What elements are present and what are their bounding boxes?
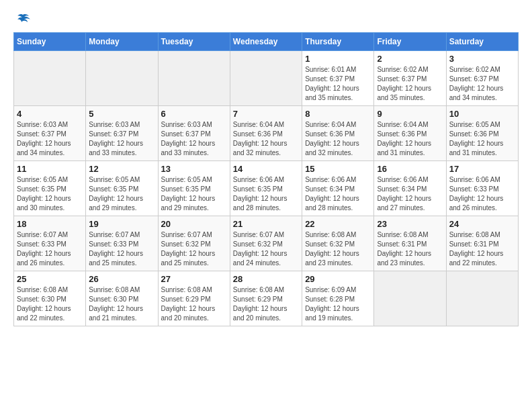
day-number: 29 [305, 274, 371, 284]
header-day-wednesday: Wednesday [230, 33, 302, 51]
day-info: Sunrise: 6:08 AMSunset: 6:31 PMDaylight:… [377, 230, 443, 268]
day-info: Sunrise: 6:08 AMSunset: 6:30 PMDaylight:… [89, 285, 154, 323]
day-info: Sunrise: 6:07 AMSunset: 6:33 PMDaylight:… [17, 230, 83, 268]
header-day-saturday: Saturday [446, 33, 518, 51]
calendar-week-3: 11Sunrise: 6:05 AMSunset: 6:35 PMDayligh… [14, 161, 519, 216]
day-number: 18 [17, 219, 83, 229]
header-day-friday: Friday [374, 33, 446, 51]
header-day-tuesday: Tuesday [158, 33, 230, 51]
day-number: 5 [89, 109, 154, 119]
day-number: 3 [449, 54, 515, 64]
calendar-cell [230, 51, 302, 106]
day-info: Sunrise: 6:06 AMSunset: 6:33 PMDaylight:… [449, 175, 515, 213]
day-number: 12 [89, 164, 154, 174]
calendar-table: SundayMondayTuesdayWednesdayThursdayFrid… [13, 32, 519, 326]
calendar-cell [446, 271, 518, 326]
day-number: 15 [305, 164, 371, 174]
calendar-cell: 3Sunrise: 6:02 AMSunset: 6:37 PMDaylight… [446, 51, 518, 106]
day-number: 25 [17, 274, 83, 284]
day-info: Sunrise: 6:05 AMSunset: 6:36 PMDaylight:… [449, 120, 515, 158]
calendar-cell: 19Sunrise: 6:07 AMSunset: 6:33 PMDayligh… [86, 216, 158, 271]
header-day-monday: Monday [86, 33, 158, 51]
calendar-cell: 14Sunrise: 6:06 AMSunset: 6:35 PMDayligh… [230, 161, 302, 216]
day-info: Sunrise: 6:07 AMSunset: 6:32 PMDaylight:… [233, 230, 299, 268]
day-info: Sunrise: 6:02 AMSunset: 6:37 PMDaylight:… [449, 65, 515, 103]
calendar-cell: 12Sunrise: 6:05 AMSunset: 6:35 PMDayligh… [86, 161, 158, 216]
calendar-week-4: 18Sunrise: 6:07 AMSunset: 6:33 PMDayligh… [14, 216, 519, 271]
logo-bird-icon [15, 13, 30, 26]
calendar-cell: 18Sunrise: 6:07 AMSunset: 6:33 PMDayligh… [14, 216, 86, 271]
calendar-cell: 28Sunrise: 6:08 AMSunset: 6:29 PMDayligh… [230, 271, 302, 326]
calendar-cell: 7Sunrise: 6:04 AMSunset: 6:36 PMDaylight… [230, 106, 302, 161]
day-info: Sunrise: 6:03 AMSunset: 6:37 PMDaylight:… [89, 120, 154, 158]
day-number: 17 [449, 164, 515, 174]
day-info: Sunrise: 6:04 AMSunset: 6:36 PMDaylight:… [305, 120, 371, 158]
calendar-cell: 5Sunrise: 6:03 AMSunset: 6:37 PMDaylight… [86, 106, 158, 161]
calendar-cell: 15Sunrise: 6:06 AMSunset: 6:34 PMDayligh… [302, 161, 374, 216]
day-number: 10 [449, 109, 515, 119]
day-info: Sunrise: 6:04 AMSunset: 6:36 PMDaylight:… [233, 120, 299, 158]
day-number: 8 [305, 109, 371, 119]
calendar-cell: 27Sunrise: 6:08 AMSunset: 6:29 PMDayligh… [158, 271, 230, 326]
header-day-sunday: Sunday [14, 33, 86, 51]
calendar-week-1: 1Sunrise: 6:01 AMSunset: 6:37 PMDaylight… [14, 51, 519, 106]
calendar-cell: 29Sunrise: 6:09 AMSunset: 6:28 PMDayligh… [302, 271, 374, 326]
day-info: Sunrise: 6:09 AMSunset: 6:28 PMDaylight:… [305, 285, 371, 323]
day-info: Sunrise: 6:08 AMSunset: 6:29 PMDaylight:… [161, 285, 227, 323]
day-info: Sunrise: 6:07 AMSunset: 6:33 PMDaylight:… [89, 230, 154, 268]
day-info: Sunrise: 6:02 AMSunset: 6:37 PMDaylight:… [377, 65, 443, 103]
day-info: Sunrise: 6:06 AMSunset: 6:34 PMDaylight:… [305, 175, 371, 213]
day-info: Sunrise: 6:08 AMSunset: 6:32 PMDaylight:… [305, 230, 371, 268]
day-number: 20 [161, 219, 227, 229]
calendar-cell: 26Sunrise: 6:08 AMSunset: 6:30 PMDayligh… [86, 271, 158, 326]
calendar-cell: 21Sunrise: 6:07 AMSunset: 6:32 PMDayligh… [230, 216, 302, 271]
calendar-cell: 4Sunrise: 6:03 AMSunset: 6:37 PMDaylight… [14, 106, 86, 161]
calendar-cell: 23Sunrise: 6:08 AMSunset: 6:31 PMDayligh… [374, 216, 446, 271]
day-info: Sunrise: 6:05 AMSunset: 6:35 PMDaylight:… [17, 175, 83, 213]
day-number: 22 [305, 219, 371, 229]
calendar-cell: 8Sunrise: 6:04 AMSunset: 6:36 PMDaylight… [302, 106, 374, 161]
day-number: 26 [89, 274, 154, 284]
day-info: Sunrise: 6:03 AMSunset: 6:37 PMDaylight:… [161, 120, 227, 158]
day-info: Sunrise: 6:06 AMSunset: 6:35 PMDaylight:… [233, 175, 299, 213]
calendar-cell [14, 51, 86, 106]
calendar-cell: 2Sunrise: 6:02 AMSunset: 6:37 PMDaylight… [374, 51, 446, 106]
day-number: 9 [377, 109, 443, 119]
day-info: Sunrise: 6:06 AMSunset: 6:34 PMDaylight:… [377, 175, 443, 213]
header-row: SundayMondayTuesdayWednesdayThursdayFrid… [14, 33, 519, 51]
day-info: Sunrise: 6:04 AMSunset: 6:36 PMDaylight:… [377, 120, 443, 158]
calendar-cell: 22Sunrise: 6:08 AMSunset: 6:32 PMDayligh… [302, 216, 374, 271]
day-number: 24 [449, 219, 515, 229]
day-number: 14 [233, 164, 299, 174]
calendar-cell: 17Sunrise: 6:06 AMSunset: 6:33 PMDayligh… [446, 161, 518, 216]
day-info: Sunrise: 6:05 AMSunset: 6:35 PMDaylight:… [89, 175, 154, 213]
calendar-cell [158, 51, 230, 106]
day-number: 28 [233, 274, 299, 284]
day-number: 21 [233, 219, 299, 229]
calendar-cell: 13Sunrise: 6:05 AMSunset: 6:35 PMDayligh… [158, 161, 230, 216]
day-number: 16 [377, 164, 443, 174]
day-number: 1 [305, 54, 371, 64]
day-number: 6 [161, 109, 227, 119]
page-header [13, 13, 519, 26]
calendar-cell: 1Sunrise: 6:01 AMSunset: 6:37 PMDaylight… [302, 51, 374, 106]
calendar-cell: 9Sunrise: 6:04 AMSunset: 6:36 PMDaylight… [374, 106, 446, 161]
day-info: Sunrise: 6:05 AMSunset: 6:35 PMDaylight:… [161, 175, 227, 213]
calendar-cell: 16Sunrise: 6:06 AMSunset: 6:34 PMDayligh… [374, 161, 446, 216]
day-info: Sunrise: 6:07 AMSunset: 6:32 PMDaylight:… [161, 230, 227, 268]
day-number: 7 [233, 109, 299, 119]
calendar-cell: 11Sunrise: 6:05 AMSunset: 6:35 PMDayligh… [14, 161, 86, 216]
day-number: 27 [161, 274, 227, 284]
day-number: 19 [89, 219, 154, 229]
day-info: Sunrise: 6:08 AMSunset: 6:29 PMDaylight:… [233, 285, 299, 323]
calendar-week-5: 25Sunrise: 6:08 AMSunset: 6:30 PMDayligh… [14, 271, 519, 326]
day-info: Sunrise: 6:01 AMSunset: 6:37 PMDaylight:… [305, 65, 371, 103]
calendar-cell: 10Sunrise: 6:05 AMSunset: 6:36 PMDayligh… [446, 106, 518, 161]
day-info: Sunrise: 6:08 AMSunset: 6:30 PMDaylight:… [17, 285, 83, 323]
calendar-header: SundayMondayTuesdayWednesdayThursdayFrid… [14, 33, 519, 51]
header-day-thursday: Thursday [302, 33, 374, 51]
day-number: 23 [377, 219, 443, 229]
day-number: 4 [17, 109, 83, 119]
calendar-week-2: 4Sunrise: 6:03 AMSunset: 6:37 PMDaylight… [14, 106, 519, 161]
calendar-cell: 25Sunrise: 6:08 AMSunset: 6:30 PMDayligh… [14, 271, 86, 326]
